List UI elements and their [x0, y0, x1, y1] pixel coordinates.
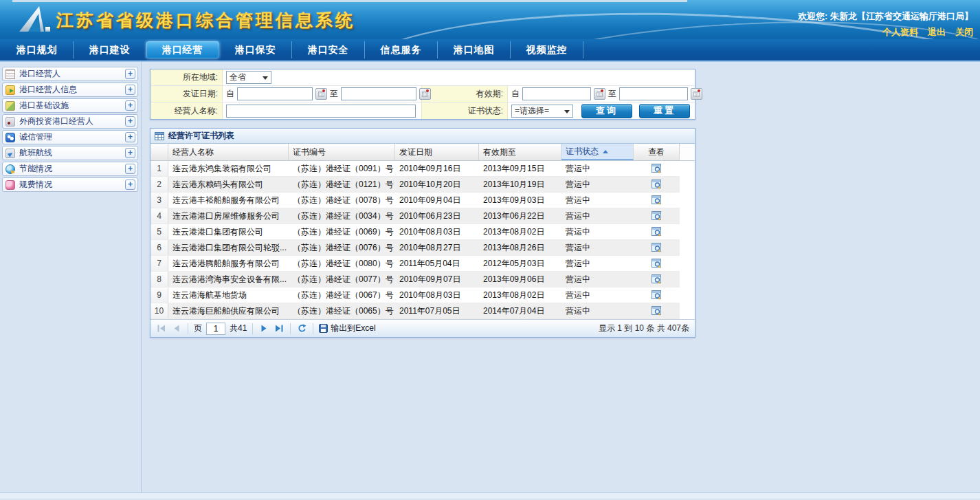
- header-link-profile[interactable]: 个人资料: [882, 26, 918, 39]
- column-header-valid-until[interactable]: 有效期至: [479, 144, 561, 160]
- cell-cert-status: 营运中: [561, 224, 634, 239]
- nav-tab-port-construction[interactable]: 港口建设: [74, 41, 146, 58]
- operator-name-input[interactable]: [226, 105, 416, 118]
- expand-button[interactable]: +: [125, 100, 135, 111]
- cell-valid-until: 2014年07月04日: [479, 303, 561, 318]
- page-title: 江苏省省级港口综合管理信息系统: [56, 9, 355, 32]
- expand-button[interactable]: +: [125, 148, 135, 158]
- column-header-operator-name[interactable]: 经营人名称: [168, 144, 289, 160]
- table-row: 1连云港东鸿集装箱有限公司（苏连）港经证（0091）号2010年09月16日20…: [151, 161, 680, 177]
- export-excel-button[interactable]: 输出到Excel: [319, 323, 375, 334]
- sidebar-item-energy-saving[interactable]: 节能情况+: [2, 162, 138, 176]
- header-link-close[interactable]: 关闭: [955, 26, 973, 39]
- first-page-button[interactable]: [156, 323, 167, 334]
- view-details-button[interactable]: [634, 256, 680, 271]
- table-row: 6连云港港口集团有限公司轮驳...（苏连）港经证（0076）号2010年08月2…: [151, 240, 680, 256]
- column-header-label: 发证日期: [399, 146, 432, 158]
- sidebar-item-credit-management[interactable]: 诚信管理+: [2, 130, 138, 144]
- calendar-icon[interactable]: [594, 88, 605, 100]
- cell-valid-until: 2013年09月15日: [479, 161, 561, 176]
- last-page-button[interactable]: [274, 323, 285, 334]
- view-details-button[interactable]: [634, 161, 680, 176]
- nav-tab-port-operation[interactable]: 港口经营: [146, 41, 219, 58]
- region-selected-value: 全省: [230, 72, 246, 83]
- nav-tab-port-planning[interactable]: 港口规划: [1, 41, 74, 58]
- table-title-bar: 经营许可证书列表: [151, 129, 695, 144]
- prev-page-button[interactable]: [171, 323, 182, 334]
- view-details-button[interactable]: [634, 303, 680, 318]
- expand-button[interactable]: +: [125, 180, 135, 190]
- window-top-edge: [12, 0, 687, 2]
- cell-cert-status: 营运中: [561, 272, 634, 287]
- nav-tab-info-service[interactable]: 信息服务: [365, 41, 438, 58]
- row-number: 9: [151, 287, 168, 303]
- validity-to-input[interactable]: [619, 87, 688, 100]
- welcome-text: 欢迎您: 朱新龙【江苏省交通运输厅港口局】: [798, 10, 973, 23]
- pager-separator: [313, 323, 313, 334]
- sidebar-item-port-infrastructure[interactable]: 港口基础设施+: [2, 98, 138, 113]
- column-header-label: 有效期至: [483, 146, 516, 158]
- cell-issue-date: 2010年09月04日: [395, 193, 479, 208]
- table-title: 经营许可证书列表: [168, 130, 234, 142]
- cell-cert-status: 营运中: [561, 161, 634, 176]
- expand-button[interactable]: +: [125, 85, 135, 95]
- sidebar-item-label: 诚信管理: [19, 131, 125, 143]
- view-details-button[interactable]: [634, 193, 680, 208]
- table-row: 8连云港港湾海事安全设备有限...（苏连）港经证（0077）号2010年09月0…: [151, 272, 680, 287]
- cell-operator-name: 连云港港口集团有限公司轮驳...: [168, 240, 289, 255]
- column-header-issue-date[interactable]: 发证日期: [395, 144, 479, 160]
- sidebar-item-port-operators[interactable]: 港口经营人+: [2, 67, 138, 81]
- sidebar-item-fees[interactable]: 规费情况+: [2, 177, 138, 192]
- sidebar-item-label: 港口经营人: [19, 68, 125, 80]
- view-details-button[interactable]: [634, 177, 680, 192]
- view-details-button[interactable]: [634, 272, 680, 287]
- expand-button[interactable]: +: [125, 69, 135, 79]
- cert-status-selected-value: =请选择=: [515, 105, 549, 117]
- row-number: 1: [151, 161, 168, 176]
- calendar-icon[interactable]: [419, 88, 431, 100]
- column-header-cert-no[interactable]: 证书编号: [289, 144, 395, 160]
- cell-cert-status: 营运中: [561, 240, 634, 255]
- nav-tab-video-monitor[interactable]: 视频监控: [511, 41, 583, 58]
- cert-status-label: 证书状态:: [421, 102, 508, 119]
- sidebar-item-foreign-invested-operators[interactable]: 外商投资港口经营人+: [2, 114, 138, 129]
- cell-cert-no: （苏连）港经证（0065）号: [289, 303, 395, 318]
- next-page-button[interactable]: [258, 323, 269, 334]
- issue-date-label: 发证日期:: [151, 86, 223, 102]
- nav-tab-port-map[interactable]: 港口地图: [438, 41, 511, 58]
- row-number: 8: [151, 272, 168, 287]
- refresh-button[interactable]: [296, 323, 307, 334]
- pagination-bar: 页 共41: [151, 319, 695, 337]
- view-details-button[interactable]: [634, 287, 680, 303]
- calendar-icon[interactable]: [315, 88, 327, 100]
- form-row-dates: 发证日期: 自 至 有效期: 自 至: [151, 86, 695, 102]
- expand-button[interactable]: +: [125, 164, 135, 174]
- sidebar-item-label: 港口经营人信息: [19, 84, 125, 96]
- nav-tab-port-safety[interactable]: 港口安全: [292, 41, 365, 58]
- cert-status-select[interactable]: =请选择=: [511, 105, 573, 118]
- fees-icon: [5, 180, 15, 190]
- export-excel-label: 输出到Excel: [331, 323, 375, 334]
- cell-cert-no: （苏连）港经证（0091）号: [289, 161, 395, 176]
- reset-button[interactable]: 重置: [639, 104, 690, 118]
- to-label: 至: [608, 88, 616, 100]
- issue-date-from-input[interactable]: [237, 87, 313, 100]
- view-details-button[interactable]: [634, 240, 680, 255]
- view-details-button[interactable]: [634, 224, 680, 239]
- sidebar-item-port-operator-info[interactable]: 港口经营人信息+: [2, 83, 138, 97]
- expand-button[interactable]: +: [125, 132, 135, 142]
- query-button[interactable]: 查询: [581, 104, 632, 118]
- region-select[interactable]: 全省: [226, 71, 271, 84]
- calendar-icon[interactable]: [691, 88, 702, 100]
- view-details-button[interactable]: [634, 208, 680, 224]
- nav-tab-port-security[interactable]: 港口保安: [219, 41, 292, 58]
- cell-valid-until: 2013年09月06日: [479, 272, 561, 287]
- validity-from-input[interactable]: [522, 87, 591, 100]
- column-header-view[interactable]: 查看: [634, 144, 680, 160]
- header-link-logout[interactable]: 退出: [928, 26, 946, 39]
- issue-date-to-input[interactable]: [341, 87, 416, 100]
- page-input[interactable]: [206, 323, 225, 335]
- expand-button[interactable]: +: [125, 116, 135, 127]
- column-header-cert-status[interactable]: 证书状态: [561, 144, 634, 160]
- sidebar-item-shipping-routes[interactable]: 航班航线+: [2, 146, 138, 160]
